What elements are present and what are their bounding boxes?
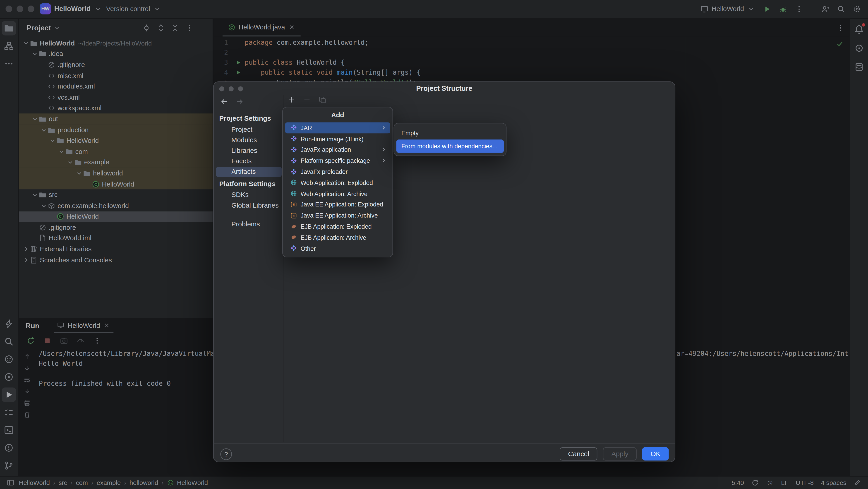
menu-item-label: Run-time image (JLink) bbox=[301, 135, 364, 142]
add-menu-item-java-ee-application-exploded[interactable]: EJava EE Application: Exploded bbox=[285, 199, 390, 210]
nav-section-project-settings: Project Settings bbox=[216, 113, 282, 124]
add-menu-item-ejb-application-exploded[interactable]: EJB Application: Exploded bbox=[285, 221, 390, 232]
artifact-icon bbox=[290, 146, 297, 153]
help-button[interactable]: ? bbox=[220, 449, 232, 460]
submenu-item-from-modules-with-dependencies[interactable]: From modules with dependencies... bbox=[396, 140, 504, 153]
javaee-icon: E bbox=[290, 201, 297, 208]
web-icon bbox=[290, 190, 297, 197]
web-icon bbox=[290, 179, 297, 186]
nav-section-platform-settings: Platform Settings bbox=[216, 178, 282, 189]
menu-item-label: JavaFx application bbox=[301, 147, 351, 153]
svg-text:E: E bbox=[293, 203, 295, 207]
add-menu-item-javafx-preloader[interactable]: JavaFx preloader bbox=[285, 166, 390, 177]
dialog-title: Project Structure bbox=[214, 85, 675, 92]
submenu-item-empty[interactable]: Empty bbox=[396, 126, 504, 140]
menu-item-label: Web Application: Archive bbox=[301, 190, 368, 197]
add-menu-item-ejb-application-archive[interactable]: EJB Application: Archive bbox=[285, 232, 390, 243]
nav-item-facets[interactable]: Facets bbox=[216, 156, 282, 166]
javaee-icon: E bbox=[290, 212, 297, 219]
nav-gap bbox=[216, 211, 282, 219]
add-menu-item-other[interactable]: Other bbox=[285, 243, 390, 254]
ok-button[interactable]: OK bbox=[642, 447, 669, 461]
add-menu-item-web-application-exploded[interactable]: Web Application: Exploded bbox=[285, 177, 390, 188]
add-artifact-menu: Add JARRun-time image (JLink)JavaFx appl… bbox=[282, 107, 393, 257]
artifact-icon bbox=[290, 157, 297, 164]
apply-button[interactable]: Apply bbox=[603, 447, 637, 461]
artifact-icon bbox=[290, 135, 297, 143]
menu-item-label: Java EE Application: Archive bbox=[301, 212, 378, 219]
menu-item-label: JavaFx preloader bbox=[301, 169, 348, 175]
copy-artifact-button[interactable] bbox=[318, 96, 327, 104]
menu-item-label: Platform specific package bbox=[301, 157, 370, 164]
menu-item-label: EJB Application: Exploded bbox=[301, 223, 372, 230]
dialog-nav: Project SettingsProjectModulesLibrariesF… bbox=[216, 112, 282, 230]
jar-submenu: EmptyFrom modules with dependencies... bbox=[394, 123, 507, 156]
artifact-icon bbox=[290, 124, 297, 131]
submenu-arrow-icon bbox=[380, 157, 387, 164]
add-menu-item-jar[interactable]: JAR bbox=[285, 122, 390, 133]
add-menu-item-platform-specific-package[interactable]: Platform specific package bbox=[285, 155, 390, 166]
menu-item-label: Other bbox=[301, 245, 316, 251]
nav-item-modules[interactable]: Modules bbox=[216, 135, 282, 145]
add-menu-item-javafx-application[interactable]: JavaFx application bbox=[285, 144, 390, 155]
menu-item-label: EJB Application: Archive bbox=[301, 234, 366, 241]
add-artifact-button[interactable] bbox=[287, 96, 296, 104]
submenu-arrow-icon bbox=[380, 124, 387, 131]
nav-item-artifacts[interactable]: Artifacts bbox=[216, 166, 282, 177]
svg-text:E: E bbox=[293, 214, 295, 218]
menu-item-label: JAR bbox=[301, 124, 312, 131]
nav-item-libraries[interactable]: Libraries bbox=[216, 145, 282, 156]
submenu-arrow-icon bbox=[380, 147, 387, 153]
ejb-icon bbox=[290, 234, 297, 241]
cancel-button[interactable]: Cancel bbox=[560, 447, 597, 461]
forward-button[interactable] bbox=[235, 97, 244, 106]
back-button[interactable] bbox=[220, 97, 229, 106]
add-menu-item-run-time-image-jlink[interactable]: Run-time image (JLink) bbox=[285, 133, 390, 144]
add-menu-item-java-ee-application-archive[interactable]: EJava EE Application: Archive bbox=[285, 210, 390, 221]
ejb-icon bbox=[290, 223, 297, 230]
menu-item-label: Web Application: Exploded bbox=[301, 179, 373, 186]
nav-item-global-libraries[interactable]: Global Libraries bbox=[216, 200, 282, 211]
ide-window: HW HelloWorld Version control HelloWorld bbox=[0, 0, 868, 489]
artifact-icon bbox=[290, 245, 297, 252]
remove-artifact-button[interactable] bbox=[303, 96, 311, 104]
nav-item-sdks[interactable]: SDKs bbox=[216, 189, 282, 200]
add-menu-title: Add bbox=[283, 107, 392, 122]
menu-item-label: Java EE Application: Exploded bbox=[301, 201, 383, 208]
add-menu-item-web-application-archive[interactable]: Web Application: Archive bbox=[285, 188, 390, 199]
artifact-icon bbox=[290, 168, 297, 175]
nav-item-project[interactable]: Project bbox=[216, 124, 282, 135]
dialog-footer-divider bbox=[214, 444, 675, 444]
nav-item-problems[interactable]: Problems bbox=[216, 219, 282, 230]
